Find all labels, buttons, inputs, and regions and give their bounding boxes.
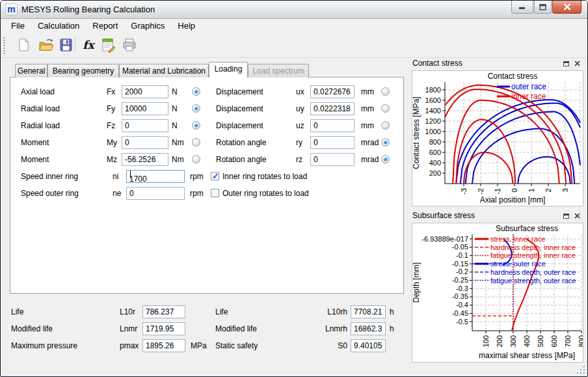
mz-input[interactable]: -56.2526 [122,153,168,166]
tab-material-and-lubrication[interactable]: Material and Lubrication [119,64,209,77]
svg-text:600: 600 [429,148,441,156]
svg-text:-0.25: -0.25 [452,276,468,284]
open-file-button[interactable] [37,36,55,54]
pmax-output[interactable]: 1895.26 [142,339,185,352]
ux-input[interactable]: 0.0272676 [310,85,354,98]
lnmr-output[interactable]: 1719.95 [142,322,185,335]
fx-input[interactable]: 2000 [122,85,168,98]
result-unit: h [390,303,394,320]
report-preview-button[interactable] [100,36,118,54]
field-label: Displacement [216,117,263,134]
field-unit: mrad [361,134,379,151]
uz-radio[interactable] [381,121,390,130]
rz-radio[interactable] [381,155,390,163]
maximize-button[interactable] [534,1,552,14]
float-panel-button[interactable] [562,212,570,220]
field-label: Rotation angle [216,134,266,151]
svg-text:3: 3 [561,188,569,192]
rz-input[interactable]: 0 [310,153,354,166]
menu-graphics[interactable]: Graphics [124,19,171,33]
close-icon [574,61,580,66]
my-radio[interactable] [192,138,200,147]
formula-button[interactable]: fx [79,36,98,54]
menu-file[interactable]: File [5,19,31,33]
tab-general[interactable]: General [15,64,47,77]
outer-ring-rotates-checkbox[interactable] [211,189,219,197]
result-label: Modified life [215,320,257,337]
ni-input[interactable]: 1700 [126,170,185,183]
svg-text:-2: -2 [477,188,485,195]
uy-input[interactable]: 0.0222318 [310,102,354,115]
my-input[interactable]: 0 [122,136,168,149]
checkbox-label: Outer ring rotates to load [222,185,309,202]
toolbar-drag-handle[interactable] [3,37,5,54]
form-row-axial-load: Axial load Fx 2000 N Displacement ux 0.0… [10,83,403,100]
panel-title: Contact stress [412,58,462,69]
lnmrh-output[interactable]: 16862.3 [351,322,386,335]
close-button[interactable] [552,1,581,14]
title-bar[interactable]: m MESYS Rolling Bearing Calculation [1,1,587,19]
minimize-icon [519,4,526,10]
field-symbol: ne [113,185,121,202]
uz-input[interactable]: 0 [310,119,354,132]
menu-report[interactable]: Report [86,19,124,33]
tab-bearing-geometry[interactable]: Bearing geometry [47,64,119,77]
fy-radio[interactable] [192,104,200,113]
fz-input[interactable]: 0 [122,119,168,132]
svg-text:stress, inner race: stress, inner race [490,235,545,243]
float-icon [563,214,569,219]
svg-text:-1: -1 [494,188,501,195]
mz-radio[interactable] [192,155,200,163]
s0-output[interactable]: 9.40105 [351,339,386,352]
minimize-button[interactable] [511,1,533,14]
contact-stress-panel-header[interactable]: Contact stress [409,58,585,69]
field-unit: Nm [172,151,184,168]
svg-text:-0.5: -0.5 [456,318,468,326]
result-label: Life [11,303,23,320]
close-panel-button[interactable] [573,212,581,220]
fz-radio[interactable] [192,121,200,130]
ry-input[interactable]: 0 [310,136,354,149]
save-file-button[interactable] [57,36,75,54]
svg-text:800: 800 [429,138,441,146]
tab-loading[interactable]: Loading [209,62,248,77]
svg-text:Depth [mm]: Depth [mm] [412,262,421,303]
svg-text:inner race: inner race [511,92,546,101]
l10rh-output[interactable]: 7708.21 [351,305,386,318]
ne-input[interactable]: 0 [126,187,185,200]
svg-text:-0.1: -0.1 [456,251,468,259]
uy-radio[interactable] [381,104,390,113]
result-symbol: S0 [306,337,347,354]
ux-radio[interactable] [381,87,390,96]
window-resize-grip[interactable] [577,366,585,374]
ry-radio[interactable] [381,138,390,147]
result-row-pressure-safety: Maximum pressure pmax 1895.26 MPa Static… [1,337,410,354]
print-button[interactable] [120,36,139,54]
menu-help[interactable]: Help [171,19,202,33]
result-unit: h [390,320,394,337]
inner-ring-rotates-checkbox[interactable] [211,172,219,180]
svg-text:Contact stress: Contact stress [488,72,538,81]
new-file-icon [16,37,31,53]
svg-text:-0.15: -0.15 [452,260,468,268]
close-panel-button[interactable] [573,59,581,68]
fx-radio[interactable] [192,87,200,96]
result-label: Maximum pressure [11,337,77,354]
field-label: Displacement [216,100,263,117]
menu-calculation[interactable]: Calculation [31,19,86,33]
subsurface-stress-panel-header[interactable]: Subsurface stress [409,210,585,221]
form-row-radial-load-y: Radial load Fy 10000 N Displacement uy 0… [10,100,403,117]
field-symbol: ux [296,83,304,100]
fy-input[interactable]: 10000 [122,102,168,115]
window-title: MESYS Rolling Bearing Calculation [21,5,155,14]
l10r-output[interactable]: 786.237 [142,305,185,318]
field-label: Rotation angle [216,151,266,168]
svg-text:400: 400 [523,335,531,347]
new-file-button[interactable] [14,36,33,54]
float-panel-button[interactable] [562,59,570,68]
field-unit: Nm [172,134,184,151]
contact-stress-chart: 20040060080010001200140016001800-3-2-101… [412,70,583,206]
svg-text:Subsurface stress: Subsurface stress [496,224,558,233]
contact-stress-plot: 20040060080010001200140016001800-3-2-101… [412,71,583,206]
svg-text:-0.45: -0.45 [452,309,468,317]
